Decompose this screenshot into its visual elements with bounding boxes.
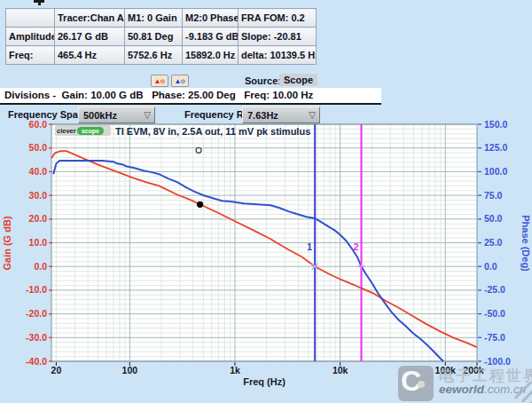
gain-tick-label: 30.0 [29,190,48,201]
gain-tick-label: -20.0 [26,308,47,319]
phase-axis-title: Phase (Deg) [520,215,531,272]
gain-tick-label: 40.0 [29,166,48,177]
plot-annotation: TI EVM, 8V in, 2.5A out, 11 mV pk stimul… [115,126,310,137]
freq-tick-label: 1k [230,365,240,375]
phase-tick-label: -100.0 [484,356,511,367]
freq-tick-label: 20 [51,365,62,375]
phase-tick-label: 150.0 [484,119,507,130]
logo-dot [418,381,425,388]
gain-tick-label: 20.0 [29,213,48,224]
phase-tick-label: 25.0 [484,237,503,248]
bode-chart[interactable]: 1260.050.040.030.020.010.00.0-10.0-20.0-… [0,0,532,403]
fra-window: Tracer:Chan AM1: 0 GainM2:0 PhaseFRA FOM… [0,0,532,403]
logo-text-scope: scope [77,127,104,135]
tracer-dot[interactable] [197,202,203,208]
freq-axis-title: Freq (Hz) [243,376,286,387]
phase-tick-label: -75.0 [484,332,505,343]
phase-tick-label: 75.0 [484,190,503,201]
gain-tick-label: 50.0 [29,142,48,153]
phase-tick-label: -25.0 [484,284,505,295]
phase-tick-label: 0.0 [484,261,497,272]
gain-tick-label: 60.0 [29,119,48,130]
phase-tick-label: 100.0 [484,166,507,177]
cleverscope-logo: clever scope [55,125,111,136]
gain-tick-label: 10.0 [29,237,48,248]
phase-tick-label: -50.0 [484,308,505,319]
gain-tick-label: -30.0 [26,332,47,343]
logo-text-clever: clever [57,127,76,135]
phase-tick-label: 125.0 [484,142,507,153]
watermark-site-url: eeworld.com.cn [439,383,526,396]
gain-tick-label: -10.0 [26,284,47,295]
freq-tick-label: 100 [122,365,138,375]
freq-tick-label: 10k [332,365,348,375]
gain-tick-label: -40.0 [26,356,47,367]
marker-label-1: 1 [307,241,312,252]
phase-tick-label: 50.0 [484,213,503,224]
gain-tick-label: 0.0 [34,261,47,272]
gain-axis-title: Gain (G dB) [2,216,12,270]
eeworld-logo-icon: C [398,366,434,401]
watermark-url-bold: eeworld [439,383,484,396]
